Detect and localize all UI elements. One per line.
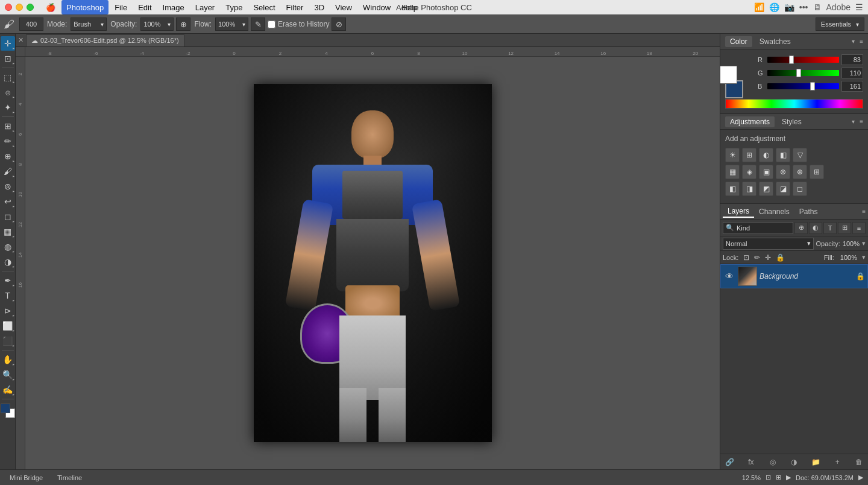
tool-move[interactable]: ✛▸ [1, 36, 15, 51]
color-spectrum[interactable] [725, 99, 863, 109]
zoom-actual-icon[interactable]: ⊞ [776, 474, 781, 481]
layer-delete-icon[interactable]: 🗑 [852, 456, 866, 468]
layer-folder-icon[interactable]: 📁 [809, 456, 822, 468]
layers-text-icon[interactable]: T [823, 222, 837, 234]
essentials-dropdown[interactable]: Essentials [816, 17, 864, 31]
menu-file[interactable]: File [110, 0, 132, 14]
tool-note[interactable]: ✍▸ [1, 382, 15, 397]
layer-mask-icon[interactable]: ◎ [766, 456, 779, 468]
lock-position-icon[interactable]: ✛ [765, 253, 771, 262]
menu-3d[interactable]: 3D [309, 0, 329, 14]
paths-tab[interactable]: Paths [794, 206, 823, 217]
adj-panel-collapse[interactable]: ▾ [852, 118, 855, 125]
canvas-area[interactable] [25, 57, 720, 469]
adj-panel-menu[interactable]: ≡ [860, 118, 863, 125]
layers-menu-icon[interactable]: ≡ [852, 222, 866, 234]
adj-brightness-icon[interactable]: ☀ [725, 148, 740, 162]
adjustments-tab[interactable]: Adjustments [725, 116, 775, 127]
layer-visibility-eye[interactable]: 👁 [723, 270, 735, 282]
tool-blur[interactable]: ◍▸ [1, 239, 15, 254]
adj-bw-icon[interactable]: ▣ [759, 165, 773, 179]
adj-selectivecolor-icon[interactable]: ◻ [793, 182, 807, 196]
history-icon[interactable]: ⊘ [332, 17, 346, 31]
menu-view[interactable]: View [330, 0, 357, 14]
tool-lasso[interactable]: ⌾▸ [1, 85, 15, 100]
tool-gradient[interactable]: ▦▸ [1, 224, 15, 239]
fill-value[interactable]: 100% [840, 254, 857, 261]
green-value[interactable]: 110 [841, 68, 863, 78]
adj-gradientmap-icon[interactable]: ◪ [776, 182, 790, 196]
color-panel-collapse[interactable]: ▾ [852, 38, 855, 45]
opacity-dropdown[interactable]: 100% [140, 17, 174, 31]
lock-image-icon[interactable]: ✏ [754, 253, 760, 262]
tool-dodge[interactable]: ◑▸ [1, 255, 15, 269]
mini-bridge-tab[interactable]: Mini Bridge [5, 473, 48, 483]
red-value[interactable]: 83 [841, 54, 863, 65]
tool-healing[interactable]: ⊕▸ [1, 149, 15, 163]
erase-history-input[interactable] [268, 21, 275, 28]
green-slider[interactable] [767, 70, 839, 76]
layers-vector-icon[interactable]: ⊞ [838, 222, 851, 234]
menu-edit[interactable]: Edit [133, 0, 156, 14]
document-tab[interactable]: ☁ 02-03_Trevor606-Edit.psd @ 12.5% (RGB/… [26, 34, 184, 46]
channels-tab[interactable]: Channels [754, 206, 794, 217]
menu-select[interactable]: Select [248, 0, 280, 14]
foreground-color-swatch[interactable] [1, 404, 10, 413]
layers-tab[interactable]: Layers [723, 206, 754, 218]
green-thumb[interactable] [796, 69, 801, 77]
menu-apple[interactable]: 🍎 [41, 0, 60, 14]
adj-exposure-icon[interactable]: ◧ [776, 148, 790, 162]
layers-panel-menu[interactable]: ≡ [862, 208, 866, 215]
layer-link-icon[interactable]: 🔗 [723, 456, 736, 468]
blue-value[interactable]: 161 [841, 81, 863, 92]
layer-name[interactable]: Background [760, 272, 854, 281]
adj-colorbalance-icon[interactable]: ◈ [742, 165, 756, 179]
tool-artboard[interactable]: ⊡▸ [1, 51, 15, 66]
airbrush-icon[interactable]: ⊕ [176, 17, 190, 31]
menu-image[interactable]: Image [158, 0, 189, 14]
play-icon[interactable]: ▶ [786, 474, 791, 481]
minimize-button[interactable] [16, 4, 23, 11]
adj-hsl-icon[interactable]: ▦ [725, 165, 740, 179]
tool-zoom[interactable]: 🔍▸ [1, 367, 15, 382]
layers-filter-type[interactable]: 🔍 Kind [723, 222, 793, 234]
red-slider[interactable] [767, 57, 839, 63]
fill-arrow[interactable]: ▾ [862, 253, 866, 261]
close-button[interactable] [5, 4, 12, 11]
opacity-value[interactable]: 100% [843, 240, 860, 247]
tool-path-select[interactable]: ⊳▸ [1, 303, 15, 318]
tool-stamp[interactable]: ⊚▸ [1, 179, 15, 194]
red-thumb[interactable] [789, 55, 794, 64]
mode-dropdown[interactable]: Brush [71, 17, 107, 31]
adj-channelmixer-icon[interactable]: ⊕ [793, 165, 807, 179]
lock-all-icon[interactable]: 🔒 [776, 253, 785, 262]
styles-tab[interactable]: Styles [777, 116, 807, 127]
brush-size-display[interactable]: 400 [19, 17, 43, 31]
layers-adjustment-icon[interactable]: ◐ [809, 222, 822, 234]
swatches-tab[interactable]: Swatches [755, 36, 796, 47]
tool-shape[interactable]: ⬜▸ [1, 319, 15, 333]
tool-3d[interactable]: ⬛▸ [1, 334, 15, 348]
color-tab[interactable]: Color [725, 36, 752, 47]
tool-eyedropper[interactable]: ✏▸ [1, 134, 15, 148]
adj-invert-icon[interactable]: ◧ [725, 182, 740, 196]
tool-eraser[interactable]: ◻▸ [1, 209, 15, 224]
menu-type[interactable]: Type [221, 0, 247, 14]
adj-levels-icon[interactable]: ⊞ [742, 148, 756, 162]
tool-brush[interactable]: 🖌▸ [1, 164, 15, 179]
flow-dropdown[interactable]: 100% [215, 17, 248, 31]
adj-curves-icon[interactable]: ◐ [759, 148, 773, 162]
adj-vibrance-icon[interactable]: ▽ [793, 148, 807, 162]
menu-photoshop[interactable]: Photoshop [61, 0, 108, 14]
blend-mode-dropdown[interactable]: Normal ▾ [723, 238, 814, 250]
blue-thumb[interactable] [810, 82, 815, 90]
layer-fx-icon[interactable]: fx [744, 456, 758, 468]
maximize-button[interactable] [27, 4, 34, 11]
color-panel-menu[interactable]: ≡ [860, 38, 863, 45]
adj-threshold-icon[interactable]: ◩ [759, 182, 773, 196]
zoom-fit-icon[interactable]: ⊡ [766, 474, 771, 481]
background-color-panel-swatch[interactable] [720, 66, 737, 84]
timeline-tab[interactable]: Timeline [52, 473, 87, 483]
adj-colorlookup-icon[interactable]: ⊞ [810, 165, 824, 179]
erase-history-checkbox[interactable]: Erase to History [268, 20, 329, 28]
